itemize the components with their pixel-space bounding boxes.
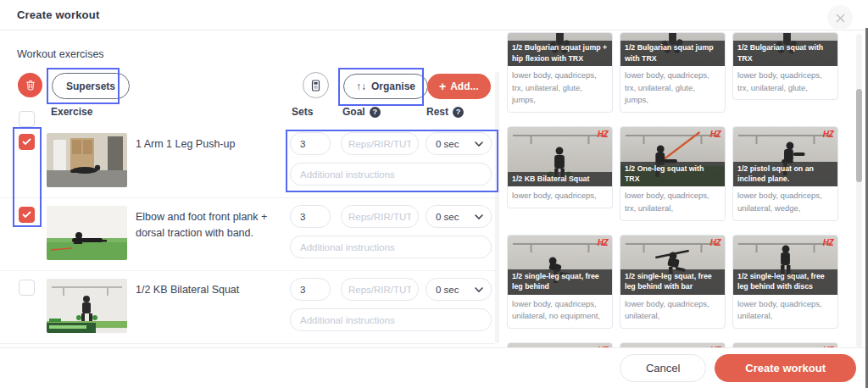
exercise-library-panel: HZ 1/2 Bulgarian squat jump + hip flexio… xyxy=(500,30,868,347)
exercise-card-thumbnail: HZ 1/2 KB Bilateral Squat xyxy=(508,127,612,186)
organise-button[interactable]: ↑↓ Organise xyxy=(343,74,428,99)
library-scrollbar-thumb[interactable] xyxy=(856,89,862,182)
exercise-card-title: 1/2 single-leg squat, free leg behind wi… xyxy=(620,269,725,295)
exercise-card[interactable]: HZ 1/2 single-leg squat, free leg behind… xyxy=(732,235,838,329)
exercise-card-thumbnail: HZ 1/2 Bulgarian squat jump + hip flexio… xyxy=(508,33,612,66)
check-icon xyxy=(22,138,31,146)
exercise-card-thumbnail: HZ 1/2 One-leg squat with TRX xyxy=(620,127,725,186)
rest-help-icon[interactable]: ? xyxy=(453,107,464,118)
gym-pushup-scene xyxy=(47,133,127,187)
exercise-card[interactable]: HZ 1/2 One-leg squat with TRX lower body… xyxy=(620,126,726,220)
goal-help-icon[interactable]: ? xyxy=(370,107,381,118)
rest-select[interactable]: 0 sec xyxy=(426,205,492,228)
hz-logo: HZ xyxy=(823,238,833,247)
calculator-button[interactable] xyxy=(303,72,329,98)
exercise-card-title: 1/2 KB Bilateral Squat xyxy=(508,172,612,186)
column-goal: Goal ? xyxy=(342,106,381,118)
exercise-name: Elbow and foot front plank + dorsal trac… xyxy=(136,209,290,241)
modal-header: Create workout xyxy=(0,0,868,30)
exercise-card-title: 1/2 Bulgarian squat jump + hip flexion w… xyxy=(508,41,612,66)
hz-logo: HZ xyxy=(710,130,721,139)
hz-logo: HZ xyxy=(823,130,833,139)
exercise-checkbox[interactable] xyxy=(19,207,35,223)
exercise-card-thumbnail: HZ 1/2 single-leg squat, free leg behind… xyxy=(733,236,837,295)
exercise-card-thumbnail: HZ 1/2 single-leg squat, free leg behind… xyxy=(620,236,725,295)
hz-logo: HZ xyxy=(598,130,608,139)
rest-value: 0 sec xyxy=(436,212,459,222)
exercise-card[interactable]: HZ 1/2 single-leg squat, free leg behind… xyxy=(620,235,726,329)
goal-input[interactable] xyxy=(341,278,419,301)
organise-label: Organise xyxy=(371,80,415,92)
exercise-card-tags: lower body, quadriceps, trx, unilateral,… xyxy=(508,66,612,112)
hz-logo: HZ xyxy=(598,238,608,247)
exercise-checkbox[interactable] xyxy=(19,280,35,296)
exercise-thumbnail[interactable] xyxy=(47,206,127,260)
chevron-down-icon xyxy=(475,287,483,292)
column-sets: Sets xyxy=(292,106,313,118)
supersets-button[interactable]: Supersets xyxy=(52,73,130,99)
cancel-button[interactable]: Cancel xyxy=(620,354,706,382)
rest-value: 0 sec xyxy=(436,139,459,149)
kb-squat-scene xyxy=(47,279,127,333)
modal-title: Create workout xyxy=(17,8,99,21)
exercise-card[interactable]: HZ 1/2 Bulgarian squat jump + hip flexio… xyxy=(507,32,613,113)
exercise-name: 1/2 KB Bilateral Squat xyxy=(136,282,290,298)
rest-select[interactable]: 0 sec xyxy=(426,132,492,155)
exercise-card-tags: lower body, quadriceps, trx, unilateral,… xyxy=(733,66,837,99)
exercise-thumbnail[interactable] xyxy=(47,279,127,333)
chevron-down-icon xyxy=(475,214,483,219)
check-icon xyxy=(22,211,31,219)
exercise-card[interactable]: HZ 1/2 KB Bilateral Squat lower body, qu… xyxy=(507,126,613,208)
goal-input[interactable] xyxy=(341,205,419,228)
goal-input[interactable] xyxy=(341,132,419,155)
exercise-card-tags: lower body, quadriceps, trx, unilateral,… xyxy=(620,66,725,112)
columns-header: Exercise Sets Goal ? Rest ? xyxy=(0,103,500,125)
goal-label: Goal xyxy=(342,106,365,118)
add-exercise-button[interactable]: + Add... xyxy=(427,74,491,99)
exercise-name: 1 Arm 1 Leg Push-up xyxy=(136,136,290,152)
workout-exercises-panel: Workout exercises Supersets ↑↓ Organise … xyxy=(0,30,500,347)
create-workout-button[interactable]: Create workout xyxy=(715,354,856,382)
exercise-card-title: 1/2 Bulgarian squat jump with TRX xyxy=(620,41,725,66)
calculator-icon xyxy=(311,80,320,91)
exercise-card-tags: lower body, quadriceps, unilateral, wedg… xyxy=(733,186,837,219)
exercise-card-tags: lower body, quadriceps, unilateral, no e… xyxy=(508,295,612,328)
exercise-card[interactable]: HZ 1/2 single-leg squat, free leg behind… xyxy=(507,235,613,329)
exercise-card-title: 1/2 single-leg squat, free leg behind wi… xyxy=(733,269,837,295)
exercise-card-title: 1/2 One-leg squat with TRX xyxy=(620,162,725,187)
create-workout-modal: Create workout Workout exercises Superse… xyxy=(0,0,868,388)
exercise-card[interactable]: HZ 1/2 Bulgarian squat with TRX lower bo… xyxy=(732,32,838,100)
plank-grass-scene xyxy=(47,206,127,260)
library-scrollbar-track[interactable] xyxy=(856,34,862,347)
exercise-thumbnail[interactable] xyxy=(47,133,127,187)
column-exercise: Exercise xyxy=(51,106,92,118)
exercise-rows: 1 Arm 1 Leg Push-up 0 sec xyxy=(0,125,495,344)
sets-input[interactable] xyxy=(290,132,331,155)
sort-arrows-icon: ↑↓ xyxy=(356,80,366,92)
exercise-card[interactable]: HZ 1/2 pistol squat on an inclined plane… xyxy=(732,126,838,220)
left-panel-scrollbar[interactable] xyxy=(495,72,499,343)
exercise-card-thumbnail: HZ 1/2 pistol squat on an inclined plane… xyxy=(733,127,837,186)
exercise-card[interactable]: HZ 1/2 Bulgarian squat jump with TRX low… xyxy=(620,32,726,113)
instructions-input[interactable] xyxy=(290,236,492,258)
close-button[interactable] xyxy=(827,5,853,30)
exercise-row: Elbow and foot front plank + dorsal trac… xyxy=(0,198,495,271)
sets-input[interactable] xyxy=(290,278,331,301)
exercise-card-title: 1/2 Bulgarian squat with TRX xyxy=(733,41,837,66)
sets-input[interactable] xyxy=(290,205,331,228)
instructions-input[interactable] xyxy=(290,308,492,331)
trash-icon xyxy=(25,80,36,91)
rest-select[interactable]: 0 sec xyxy=(426,278,492,301)
exercise-checkbox[interactable] xyxy=(19,134,35,150)
instructions-input[interactable] xyxy=(290,163,492,186)
delete-selected-button[interactable] xyxy=(18,73,42,97)
plus-icon: + xyxy=(439,80,446,92)
section-title: Workout exercises xyxy=(17,48,104,60)
column-rest: Rest ? xyxy=(426,106,464,118)
rest-value: 0 sec xyxy=(436,285,459,295)
exercise-card-title: 1/2 pistol squat on an inclined plane. xyxy=(733,162,837,187)
exercise-card-thumbnail: HZ 1/2 Bulgarian squat jump with TRX xyxy=(620,33,725,66)
add-label: Add... xyxy=(450,80,478,92)
close-icon xyxy=(835,13,846,24)
exercise-card-tags: lower body, quadriceps, xyxy=(508,186,612,208)
